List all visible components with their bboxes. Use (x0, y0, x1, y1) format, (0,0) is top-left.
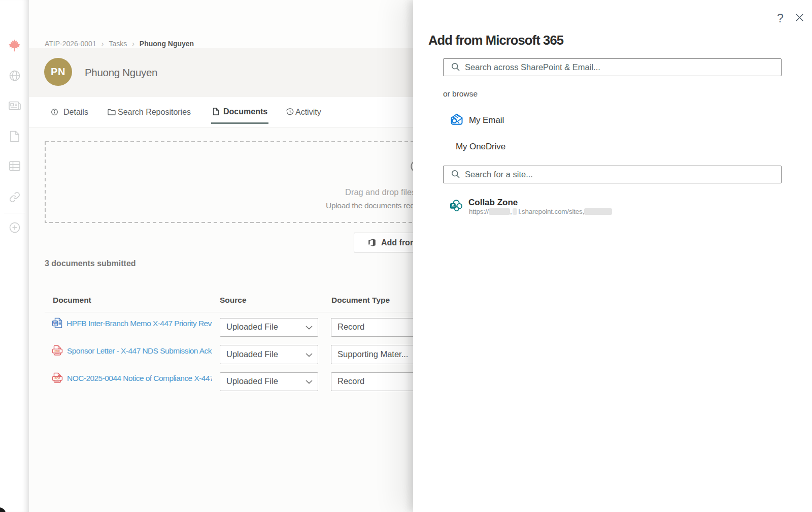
svg-text:PDF: PDF (54, 377, 60, 380)
svg-text:W: W (53, 321, 57, 326)
svg-text:PDF: PDF (54, 349, 60, 353)
svg-text:S: S (451, 203, 454, 208)
